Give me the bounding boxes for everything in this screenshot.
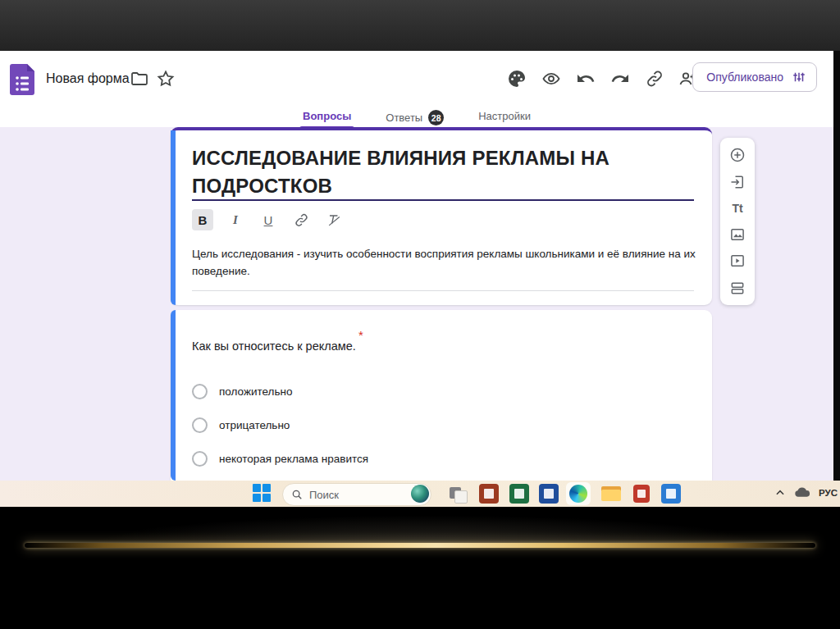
import-questions-icon[interactable] [728, 173, 746, 191]
answer-option-row: некоторая реклама нравится [192, 451, 368, 467]
taskbar-app-icon-edge-active[interactable] [566, 482, 591, 505]
slide-right-black-strip [833, 51, 840, 481]
google-forms-logo-icon [10, 64, 34, 95]
required-marker: * [358, 328, 363, 342]
add-image-icon[interactable] [728, 226, 746, 244]
clear-formatting-button[interactable] [323, 209, 345, 230]
form-canvas: ИССЛЕДОВАНИЕ ВЛИЯНИЯ РЕКЛАМЫ НА ПОДРОСТК… [0, 127, 833, 481]
radio-button[interactable] [192, 384, 208, 399]
tab-questions[interactable]: Вопросы [299, 108, 354, 129]
add-section-icon[interactable] [728, 279, 746, 297]
search-icon [291, 489, 303, 500]
gold-divider-line [25, 543, 815, 548]
undo-icon[interactable] [576, 69, 596, 89]
published-button-label: Опубликовано [706, 71, 783, 84]
published-button[interactable]: Опубликовано [692, 62, 817, 92]
forms-tab-bar: Вопросы Ответы 28 Настройки [0, 108, 833, 127]
taskbar-app-icon-document[interactable] [661, 484, 681, 504]
add-question-icon[interactable] [728, 146, 746, 164]
answer-option-row: положительно [192, 384, 292, 399]
document-title[interactable]: Новая форма [46, 71, 130, 86]
tab-settings[interactable]: Настройки [475, 108, 534, 129]
card-selection-bar [171, 130, 176, 305]
publish-settings-sliders-icon [792, 70, 806, 84]
text-format-toolbar: B I U [192, 209, 345, 230]
form-title-input[interactable]: ИССЛЕДОВАНИЕ ВЛИЯНИЯ РЕКЛАМЫ НА ПОДРОСТК… [192, 144, 676, 200]
preview-eye-icon[interactable] [541, 69, 561, 89]
question-text[interactable]: Как вы относитесь к рекламе. [192, 340, 356, 353]
search-highlight-image[interactable] [411, 485, 429, 503]
slide-top-black-bar [0, 0, 840, 51]
taskbar-app-icon-word[interactable] [539, 484, 559, 504]
search-placeholder: Поиск [309, 489, 339, 501]
format-italic-button[interactable]: I [225, 209, 246, 230]
windows-taskbar: Поиск РУС [0, 481, 840, 507]
question-card[interactable]: * Как вы относитесь к рекламе. положител… [171, 310, 712, 481]
edge-icon [569, 485, 587, 503]
description-input-underline [192, 290, 694, 291]
google-forms-window: Новая форма [0, 51, 840, 481]
redo-icon[interactable] [610, 69, 630, 89]
move-to-folder-icon[interactable] [130, 69, 149, 89]
taskbar-app-icon-red[interactable] [633, 485, 650, 503]
slide-bottom-black-band [0, 507, 840, 629]
insert-link-button[interactable] [290, 209, 312, 230]
tray-show-hidden-icons-chevron[interactable] [774, 487, 786, 499]
title-input-underline [192, 199, 694, 201]
form-title-card[interactable]: ИССЛЕДОВАНИЕ ВЛИЯНИЯ РЕКЛАМЫ НА ПОДРОСТК… [171, 127, 712, 305]
start-button[interactable] [253, 484, 271, 502]
option-label[interactable]: положительно [219, 385, 292, 398]
theme-palette-icon[interactable] [507, 69, 527, 89]
radio-button[interactable] [192, 451, 208, 467]
answers-count-badge: 28 [428, 110, 444, 125]
language-indicator[interactable]: РУС [819, 488, 838, 498]
radio-button[interactable] [192, 417, 208, 433]
form-description-input[interactable]: Цель исследования - изучить особенности … [192, 245, 701, 280]
gold-line-glow [0, 507, 840, 548]
onedrive-cloud-icon[interactable] [794, 486, 810, 498]
add-video-icon[interactable] [728, 252, 746, 270]
format-underline-button[interactable]: U [258, 209, 279, 230]
star-icon[interactable] [156, 69, 176, 89]
copy-link-icon[interactable] [645, 69, 664, 89]
taskbar-app-icon-excel[interactable] [509, 484, 529, 504]
card-selection-bar [171, 310, 176, 481]
option-label[interactable]: отрицательно [219, 419, 290, 431]
presentation-slide: Новая форма [0, 0, 840, 629]
option-label[interactable]: некоторая реклама нравится [219, 453, 368, 465]
taskbar-app-icon-powerpoint[interactable] [479, 484, 499, 504]
taskbar-search-box[interactable]: Поиск [282, 483, 431, 506]
format-bold-button[interactable]: B [192, 209, 213, 230]
taskbar-app-icon-explorer[interactable] [601, 484, 621, 504]
answer-option-row: отрицательно [192, 417, 290, 433]
add-title-text-icon[interactable]: Tt [728, 199, 746, 217]
question-side-toolbar: Tt [720, 138, 755, 305]
forms-header: Новая форма [0, 51, 833, 108]
task-view-button[interactable] [448, 484, 468, 504]
